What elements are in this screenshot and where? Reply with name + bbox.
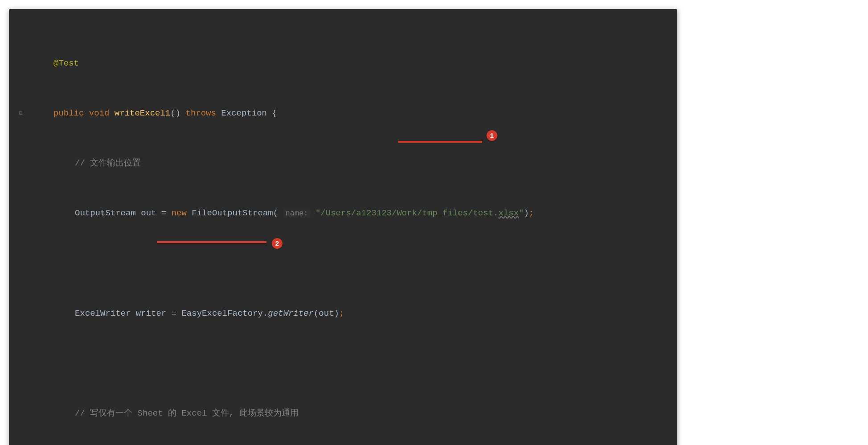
code-line-blank bbox=[14, 257, 665, 270]
code-area[interactable]: @Test ⊟public void writeExcel1() throws … bbox=[14, 20, 665, 445]
code-editor-frame: @Test ⊟public void writeExcel1() throws … bbox=[9, 9, 677, 445]
annotation-badge-2: 2 bbox=[272, 238, 283, 249]
method-name: writeExcel1 bbox=[115, 108, 170, 118]
annotation-badge-1: 1 bbox=[487, 130, 497, 141]
code-line: // 文件输出位置 bbox=[14, 157, 665, 169]
code-line: @Test bbox=[14, 57, 665, 70]
param-hint-name: name: bbox=[283, 209, 311, 218]
code-line: OutputStream out = new FileOutputStream(… bbox=[14, 207, 665, 220]
annotation-underline-2 bbox=[157, 241, 266, 243]
code-line: ExcelWriter writer = EasyExcelFactory.ge… bbox=[14, 307, 665, 320]
fold-icon[interactable]: ⊟ bbox=[14, 107, 28, 120]
annotation-test: @Test bbox=[53, 58, 79, 68]
code-line: // 写仅有一个 Sheet 的 Excel 文件, 此场景较为通用 bbox=[14, 407, 665, 420]
code-line-blank bbox=[14, 357, 665, 370]
code-line: ⊟public void writeExcel1() throws Except… bbox=[14, 107, 665, 119]
annotation-underline-1 bbox=[398, 141, 482, 143]
